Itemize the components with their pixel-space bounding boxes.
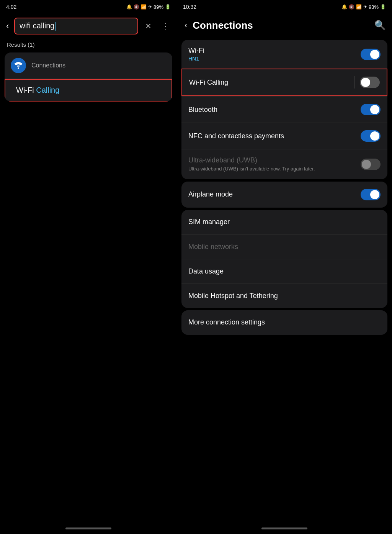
- search-result-group: Connections Wi-Fi Calling: [5, 52, 172, 102]
- mobile-networks-row[interactable]: Mobile networks: [181, 234, 387, 259]
- nfc-toggle-knob: [370, 131, 379, 141]
- hotspot-text: Mobile Hotspot and Tethering: [188, 292, 278, 300]
- results-label: Results (1): [0, 38, 177, 52]
- uwb-sub: Ultra-wideband (UWB) isn't available now…: [188, 166, 361, 172]
- search-input[interactable]: wifi calling: [20, 21, 133, 31]
- network-options-card: SIM manager Mobile networks Data usage M…: [181, 210, 387, 308]
- wifi-name: Wi-Fi: [188, 47, 355, 55]
- right-battery-icon: 🔋: [380, 4, 386, 10]
- right-wifi-icon: 📶: [356, 4, 362, 10]
- right-status-icons: 🔔 🔇 📶 ✈ 93% 🔋: [341, 4, 386, 10]
- bluetooth-info: Bluetooth: [188, 106, 355, 114]
- wifi-row[interactable]: Wi-Fi HN1: [181, 40, 387, 69]
- left-time: 4:02: [6, 4, 16, 10]
- right-header-left: ‹ Connections: [183, 19, 253, 32]
- wifi-calling-divider: [354, 76, 354, 88]
- right-notification-icon: 🔔: [341, 4, 347, 10]
- uwb-info: Ultra-wideband (UWB) Ultra-wideband (UWB…: [188, 156, 361, 172]
- sim-manager-text: SIM manager: [188, 218, 230, 226]
- right-bottom-bar: [177, 527, 392, 534]
- search-header: ‹ wifi calling ✕ ⋮: [0, 14, 177, 38]
- nfc-info: NFC and contactless payments: [188, 132, 355, 140]
- left-battery: 89%: [154, 4, 163, 10]
- airplane-divider: [355, 188, 355, 201]
- bluetooth-name: Bluetooth: [188, 106, 355, 114]
- more-connection-settings-text: More connection settings: [188, 318, 265, 326]
- wifi-calling-toggle-knob: [361, 78, 370, 87]
- nfc-name: NFC and contactless payments: [188, 132, 355, 140]
- data-usage-text: Data usage: [188, 267, 224, 275]
- uwb-name: Ultra-wideband (UWB): [188, 156, 361, 164]
- wifi-calling-name: Wi-Fi Calling: [189, 79, 354, 87]
- left-back-button[interactable]: ‹: [5, 20, 10, 33]
- more-settings-card: More connection settings: [181, 310, 387, 335]
- wifi-toggle-wrapper: [355, 48, 381, 61]
- wifi-status-icon: 📶: [141, 4, 147, 10]
- search-clear-button[interactable]: ✕: [142, 20, 155, 32]
- wifi-info: Wi-Fi HN1: [188, 47, 355, 62]
- uwb-toggle-wrapper: [361, 159, 381, 170]
- airplane-toggle-wrapper: [355, 188, 381, 201]
- mobile-networks-text: Mobile networks: [188, 243, 238, 251]
- right-battery: 93%: [369, 4, 379, 10]
- search-more-button[interactable]: ⋮: [158, 20, 172, 32]
- bluetooth-toggle-wrapper: [355, 103, 381, 116]
- nfc-divider: [355, 130, 355, 142]
- battery-icon: 🔋: [165, 4, 171, 10]
- right-panel: 10:32 🔔 🔇 📶 ✈ 93% 🔋 ‹ Connections 🔍 Wi-F…: [177, 0, 392, 534]
- right-back-button[interactable]: ‹: [183, 19, 189, 32]
- bluetooth-divider: [355, 103, 355, 116]
- bluetooth-toggle-knob: [370, 105, 379, 114]
- nfc-toggle-wrapper: [355, 130, 381, 142]
- result-group-header: Connections: [5, 52, 172, 79]
- airplane-mode-row[interactable]: Airplane mode: [181, 182, 387, 208]
- right-status-bar: 10:32 🔔 🔇 📶 ✈ 93% 🔋: [177, 0, 392, 14]
- wifi-toggle[interactable]: [361, 49, 381, 60]
- page-title: Connections: [193, 20, 253, 31]
- result-item-wifi-calling[interactable]: Wi-Fi Calling: [5, 79, 172, 102]
- right-time: 10:32: [183, 4, 196, 10]
- right-header: ‹ Connections 🔍: [177, 14, 392, 37]
- airplane-mode-card: Airplane mode: [181, 182, 387, 208]
- group-label: Connections: [31, 62, 65, 69]
- wifi-sub: HN1: [188, 56, 355, 62]
- nfc-row[interactable]: NFC and contactless payments: [181, 123, 387, 149]
- airplane-toggle-knob: [370, 190, 379, 199]
- wifi-toggle-knob: [370, 50, 379, 59]
- notification-icon: 🔔: [126, 4, 132, 10]
- airplane-toggle[interactable]: [361, 189, 381, 200]
- airplane-mode-name: Airplane mode: [188, 190, 355, 198]
- uwb-toggle: [361, 159, 381, 170]
- left-status-bar: 4:02 🔔 🔇 📶 ✈ 89% 🔋: [0, 0, 177, 14]
- right-airplane-icon: ✈: [363, 4, 367, 10]
- bluetooth-row[interactable]: Bluetooth: [181, 96, 387, 123]
- hotspot-row[interactable]: Mobile Hotspot and Tethering: [181, 283, 387, 308]
- left-bottom-bar: [65, 527, 111, 529]
- wifi-calling-toggle-wrapper: [354, 76, 380, 88]
- right-bottom-bar-line: [261, 527, 307, 529]
- search-input-value: wifi calling: [20, 21, 54, 30]
- main-toggles-card: Wi-Fi HN1 Wi-Fi Calling: [181, 40, 387, 179]
- wifi-calling-info: Wi-Fi Calling: [189, 79, 354, 87]
- connections-icon: [11, 58, 26, 73]
- left-status-icons: 🔔 🔇 📶 ✈ 89% 🔋: [126, 4, 171, 10]
- wifi-calling-row[interactable]: Wi-Fi Calling: [181, 69, 387, 96]
- wifi-svg-icon: [14, 61, 23, 70]
- data-usage-row[interactable]: Data usage: [181, 259, 387, 283]
- bluetooth-toggle[interactable]: [361, 104, 381, 115]
- left-panel: 4:02 🔔 🔇 📶 ✈ 89% 🔋 ‹ wifi calling ✕ ⋮ Re…: [0, 0, 177, 534]
- result-highlight: Calling: [36, 86, 59, 94]
- right-search-icon[interactable]: 🔍: [374, 20, 386, 31]
- connections-list: Wi-Fi HN1 Wi-Fi Calling: [177, 37, 392, 527]
- more-connection-settings-row[interactable]: More connection settings: [181, 310, 387, 335]
- mute-icon: 🔇: [134, 4, 139, 10]
- wifi-divider: [355, 48, 355, 61]
- airplane-icon: ✈: [148, 4, 152, 10]
- right-mute-icon: 🔇: [349, 4, 354, 10]
- result-item-text: Wi-Fi Calling: [16, 86, 59, 95]
- sim-manager-row[interactable]: SIM manager: [181, 210, 387, 234]
- search-box[interactable]: wifi calling: [14, 18, 138, 34]
- nfc-toggle[interactable]: [361, 130, 381, 142]
- airplane-mode-info: Airplane mode: [188, 190, 355, 198]
- wifi-calling-toggle[interactable]: [360, 77, 380, 88]
